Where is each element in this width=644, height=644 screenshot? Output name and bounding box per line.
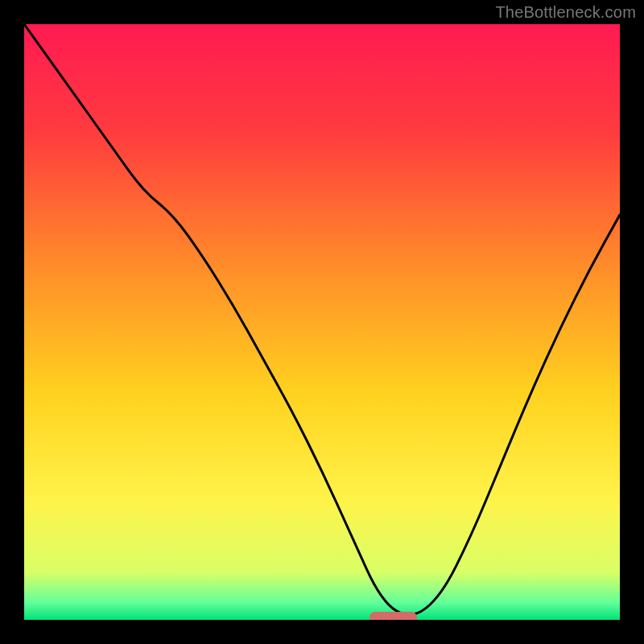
plot-area [24,24,620,620]
attribution-text: TheBottleneck.com [495,3,636,22]
bottleneck-curve [24,24,620,620]
optimal-range-marker [369,612,417,620]
chart-frame: TheBottleneck.com [0,0,644,644]
